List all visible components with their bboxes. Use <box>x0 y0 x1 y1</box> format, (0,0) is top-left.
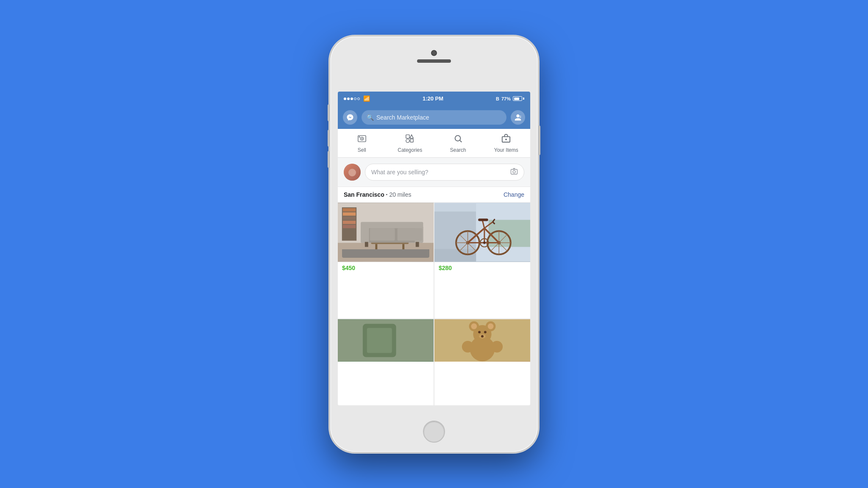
svg-point-77 <box>484 331 487 333</box>
signal-dot-3 <box>351 98 353 100</box>
bluetooth-icon: B <box>496 96 499 101</box>
sofa-price: $450 <box>338 262 434 275</box>
bike-price: $280 <box>434 262 530 275</box>
tab-your-items[interactable]: Your Items <box>482 129 531 157</box>
sell-area: What are you selling? <box>338 158 530 187</box>
svg-rect-5 <box>359 136 360 137</box>
sell-icon <box>357 134 367 145</box>
search-icon: 🔍 <box>367 114 374 121</box>
battery-icon <box>513 96 524 101</box>
svg-rect-33 <box>370 228 395 240</box>
products-grid: $450 <box>338 203 530 405</box>
svg-rect-36 <box>416 242 419 247</box>
user-avatar <box>344 164 361 181</box>
svg-point-81 <box>491 340 503 352</box>
search-tab-icon <box>453 134 463 145</box>
sofa-image <box>338 203 434 262</box>
svg-rect-8 <box>410 139 413 142</box>
svg-point-76 <box>478 331 481 333</box>
tab-sell-label: Sell <box>358 147 366 153</box>
status-time: 1:20 PM <box>423 95 443 102</box>
phone-camera <box>431 50 437 56</box>
battery-fill <box>514 98 520 100</box>
svg-point-79 <box>481 335 484 337</box>
svg-line-11 <box>460 140 462 142</box>
header: 🔍 Search Marketplace <box>338 106 530 129</box>
camera-icon <box>510 167 518 177</box>
signal-dot-5 <box>357 98 360 100</box>
svg-point-10 <box>455 135 460 141</box>
svg-point-74 <box>471 323 477 329</box>
svg-point-4 <box>361 138 362 139</box>
svg-rect-30 <box>361 222 423 228</box>
profile-filter-button[interactable] <box>511 110 525 125</box>
svg-rect-20 <box>342 207 356 241</box>
categories-icon <box>405 134 415 145</box>
location-text: San Francisco · 20 miles <box>344 191 412 198</box>
signal-dot-1 <box>344 98 346 100</box>
signal-dot-2 <box>347 98 350 100</box>
svg-rect-18 <box>338 243 434 261</box>
tab-search[interactable]: Search <box>434 129 482 157</box>
svg-rect-22 <box>343 212 356 215</box>
phone-wrapper: 📶 1:20 PM B 77% <box>330 36 538 452</box>
bike-image <box>434 203 530 262</box>
phone-top <box>417 50 451 63</box>
sell-input[interactable]: What are you selling? <box>365 164 524 181</box>
change-location-button[interactable]: Change <box>504 191 524 198</box>
svg-point-16 <box>513 170 515 173</box>
green-image <box>338 319 434 362</box>
product-card-green[interactable] <box>338 319 434 405</box>
svg-rect-23 <box>343 216 356 220</box>
tab-search-label: Search <box>450 147 466 153</box>
your-items-icon <box>501 134 511 145</box>
svg-point-9 <box>406 139 409 142</box>
battery-body <box>513 96 522 101</box>
search-placeholder-text: Search Marketplace <box>376 114 429 121</box>
marketplace-search-bar[interactable]: 🔍 Search Marketplace <box>362 110 506 125</box>
svg-rect-27 <box>375 244 377 250</box>
status-left: 📶 <box>344 95 370 102</box>
svg-point-65 <box>483 241 486 244</box>
status-right: B 77% <box>496 96 524 101</box>
svg-rect-34 <box>398 228 423 240</box>
tab-categories-label: Categories <box>398 147 422 153</box>
svg-rect-60 <box>478 218 488 221</box>
phone-speaker <box>417 59 451 63</box>
battery-percent: 77% <box>501 96 511 101</box>
svg-rect-31 <box>361 226 369 243</box>
status-bar: 📶 1:20 PM B 77% <box>338 92 530 106</box>
location-bar: San Francisco · 20 miles Change <box>338 187 530 203</box>
svg-rect-25 <box>343 225 356 228</box>
svg-rect-21 <box>343 208 356 212</box>
tab-sell[interactable]: Sell <box>338 129 386 157</box>
phone-body: 📶 1:20 PM B 77% <box>330 36 538 452</box>
screen-content: 📶 1:20 PM B 77% <box>338 92 530 405</box>
product-card-sofa[interactable]: $450 <box>338 203 434 318</box>
svg-rect-24 <box>343 220 356 224</box>
tab-your-items-label: Your Items <box>494 147 518 153</box>
location-city: San Francisco <box>344 191 384 198</box>
svg-marker-7 <box>410 134 413 138</box>
phone-home-button[interactable] <box>423 421 445 443</box>
nav-tabs: Sell Categories <box>338 129 530 158</box>
svg-rect-28 <box>402 244 404 250</box>
wifi-icon: 📶 <box>363 95 370 102</box>
svg-point-75 <box>488 323 494 329</box>
svg-rect-15 <box>511 169 517 174</box>
svg-rect-35 <box>365 242 368 247</box>
teddy-image <box>434 319 530 362</box>
battery-tip <box>523 98 524 100</box>
svg-rect-6 <box>406 134 409 138</box>
svg-point-80 <box>462 340 474 352</box>
messenger-icon-button[interactable] <box>343 110 357 125</box>
svg-rect-68 <box>367 328 392 353</box>
signal-dots <box>344 98 360 100</box>
product-card-teddy[interactable] <box>434 319 530 405</box>
avatar-image <box>344 164 361 181</box>
tab-categories[interactable]: Categories <box>386 129 434 157</box>
sell-placeholder: What are you selling? <box>371 169 428 176</box>
phone-screen: 📶 1:20 PM B 77% <box>338 92 530 405</box>
product-card-bike[interactable]: $280 <box>434 203 530 318</box>
location-distance: 20 miles <box>389 191 411 198</box>
